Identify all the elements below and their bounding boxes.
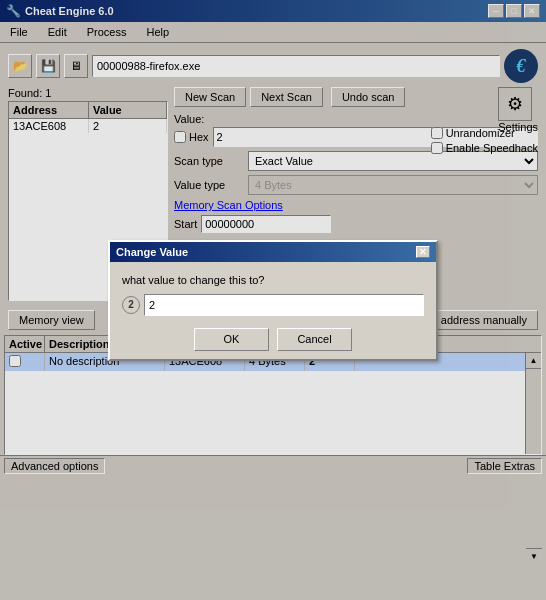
dialog-icon: 2 — [122, 296, 140, 314]
dialog-prompt-text: what value to change this to? — [122, 274, 424, 286]
dialog-ok-button[interactable]: OK — [194, 328, 269, 351]
dialog-title-text: Change Value — [116, 246, 188, 258]
dialog-close-button[interactable]: ✕ — [416, 246, 430, 258]
change-value-dialog: Change Value ✕ what value to change this… — [108, 240, 438, 361]
modal-overlay: Change Value ✕ what value to change this… — [0, 0, 546, 600]
dialog-body: what value to change this to? 2 OK Cance… — [110, 262, 436, 359]
dialog-input-row: 2 — [122, 294, 424, 316]
dialog-cancel-button[interactable]: Cancel — [277, 328, 352, 351]
dialog-value-input[interactable] — [144, 294, 424, 316]
dialog-title-bar: Change Value ✕ — [110, 242, 436, 262]
dialog-buttons: OK Cancel — [122, 328, 424, 351]
